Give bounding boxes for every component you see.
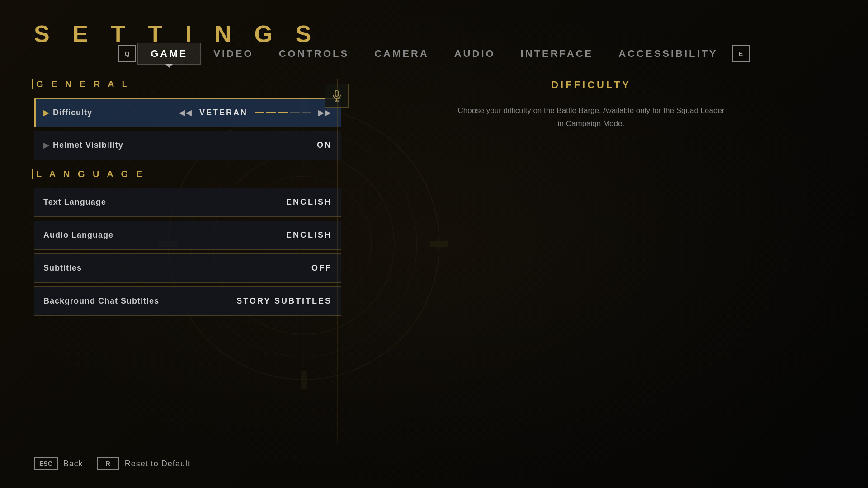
bg-chat-subtitles-label: Background Chat Subtitles: [43, 296, 236, 306]
difficulty-increase[interactable]: ▶▶: [318, 108, 332, 117]
nav-prev-key[interactable]: Q: [118, 45, 136, 62]
tab-game[interactable]: GAME: [137, 43, 201, 65]
bottom-bar: ESC Back R Reset to Default: [34, 457, 834, 470]
difficulty-value: ◀◀ VETERAN ▶▶: [179, 108, 332, 117]
difficulty-label: ▶ Difficulty: [43, 108, 179, 117]
tab-accessibility[interactable]: ACCESSIBILITY: [606, 43, 730, 64]
audio-language-row[interactable]: Audio Language ENGLISH: [34, 221, 341, 250]
subtitles-value: OFF: [311, 263, 332, 273]
nav-divider: [0, 70, 868, 70]
text-language-row[interactable]: Text Language ENGLISH: [34, 188, 341, 217]
slider-segment-5: [302, 112, 311, 113]
text-language-label: Text Language: [43, 197, 286, 207]
tab-video[interactable]: VIDEO: [201, 43, 266, 64]
helmet-visibility-value: ON: [317, 141, 332, 150]
difficulty-row[interactable]: ▶ Difficulty ◀◀ VETERAN ▶▶: [34, 98, 341, 127]
row-active-arrow: ▶: [43, 108, 49, 117]
tab-interface[interactable]: INTERFACE: [508, 43, 606, 64]
reset-default-button[interactable]: R Reset to Default: [97, 457, 190, 470]
right-panel: DIFFICULTY Choose your difficulty on the…: [348, 79, 834, 131]
text-language-value: ENGLISH: [286, 197, 332, 207]
audio-language-label: Audio Language: [43, 230, 286, 240]
subtitles-label: Subtitles: [43, 263, 311, 273]
slider-segment-4: [290, 112, 300, 113]
subtitles-row[interactable]: Subtitles OFF: [34, 253, 341, 283]
panel-divider: [337, 79, 338, 443]
reset-label: Reset to Default: [125, 459, 190, 469]
row-arrow: ▶: [43, 141, 49, 150]
bg-chat-subtitles-row[interactable]: Background Chat Subtitles STORY SUBTITLE…: [34, 286, 341, 316]
detail-description: Choose your difficulty on the Battle Bar…: [456, 104, 727, 131]
tab-camera[interactable]: CAMERA: [362, 43, 442, 64]
reset-key-badge: R: [97, 457, 119, 470]
difficulty-slider: [255, 112, 311, 113]
slider-segment-2: [266, 112, 276, 113]
difficulty-decrease[interactable]: ◀◀: [179, 108, 193, 117]
tab-controls[interactable]: CONTROLS: [266, 43, 362, 64]
left-panel: G E N E R A L ▶ Difficulty ◀◀ VETERAN ▶▶: [34, 79, 341, 319]
slider-segment-1: [255, 112, 264, 113]
nav-next-key[interactable]: E: [732, 45, 750, 62]
tab-audio[interactable]: AUDIO: [442, 43, 508, 64]
general-section-header: G E N E R A L: [34, 79, 341, 89]
helmet-visibility-label: ▶ Helmet Visibility: [43, 141, 317, 150]
language-section: L A N G U A G E Text Language ENGLISH Au…: [34, 169, 341, 316]
slider-segment-3: [278, 112, 288, 113]
bg-chat-subtitles-value: STORY SUBTITLES: [236, 296, 332, 306]
detail-title: DIFFICULTY: [348, 79, 834, 91]
back-label: Back: [63, 459, 83, 469]
helmet-visibility-row[interactable]: ▶ Helmet Visibility ON: [34, 131, 341, 160]
back-key-badge: ESC: [34, 457, 58, 470]
nav-bar: Q GAME VIDEO CONTROLS CAMERA AUDIO INTER…: [0, 43, 868, 65]
back-button[interactable]: ESC Back: [34, 457, 83, 470]
language-section-header: L A N G U A G E: [34, 169, 341, 179]
audio-language-value: ENGLISH: [286, 230, 332, 240]
